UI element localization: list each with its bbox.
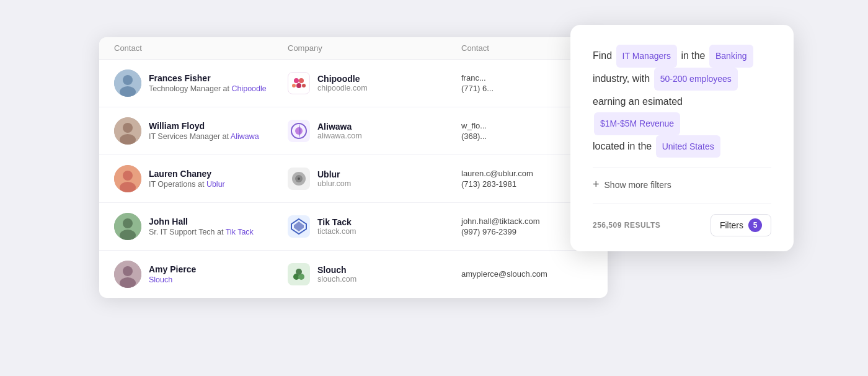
company-logo bbox=[288, 263, 310, 285]
table-row: John Hall Sr. IT Support Tech at Tik Tac… bbox=[99, 203, 608, 251]
company-cell-william: Aliwawa aliwawa.com bbox=[288, 120, 461, 142]
company-domain: aliwawa.com bbox=[317, 132, 362, 140]
svg-point-1 bbox=[123, 75, 133, 85]
contacts-table: Contact Company Contact Frances Fisher T… bbox=[99, 37, 608, 298]
tag-revenue[interactable]: $1M-$5M Revenue bbox=[594, 112, 680, 135]
company-link[interactable]: Aliwawa bbox=[231, 132, 259, 141]
svg-point-9 bbox=[123, 123, 133, 133]
svg-point-4 bbox=[299, 78, 304, 83]
show-more-filters-button[interactable]: + Show more filters bbox=[593, 178, 771, 191]
company-cell-john: Tik Tack tictack.com bbox=[288, 215, 461, 238]
tag-industry[interactable]: Banking bbox=[709, 45, 753, 68]
avatar bbox=[114, 165, 141, 192]
contact-cell-amy: Amy Pierce Slouch bbox=[114, 261, 288, 288]
company-domain: tictack.com bbox=[317, 227, 356, 236]
contact-cell-john: John Hall Sr. IT Support Tech at Tik Tac… bbox=[114, 213, 288, 240]
company-link[interactable]: Tik Tack bbox=[226, 228, 254, 236]
company-info: Slouch slouch.com bbox=[317, 265, 356, 284]
company-cell-lauren: Ublur ublur.com bbox=[288, 168, 461, 190]
table-header: Contact Company Contact bbox=[99, 37, 608, 60]
contact-title: IT Services Manager at Aliwawa bbox=[149, 132, 259, 141]
svg-point-29 bbox=[296, 269, 302, 275]
filter-sentence: Find IT Managers in the Banking industry… bbox=[593, 45, 771, 158]
contact-title: IT Operations at Ublur bbox=[149, 180, 225, 189]
table-row: Lauren Chaney IT Operations at Ublur Ubl… bbox=[99, 155, 608, 203]
in-the-label: in the bbox=[681, 50, 705, 61]
company-cell-amy: Slouch slouch.com bbox=[288, 263, 461, 285]
svg-point-18 bbox=[298, 177, 300, 180]
avatar bbox=[114, 117, 141, 145]
contact-info-john: John Hall Sr. IT Support Tech at Tik Tac… bbox=[149, 217, 254, 236]
show-more-label: Show more filters bbox=[604, 180, 671, 190]
tag-location[interactable]: United States bbox=[656, 135, 720, 158]
located-label: located in the bbox=[593, 141, 652, 151]
company-link[interactable]: Ublur bbox=[206, 180, 225, 189]
contact-detail-amy: amypierce@slouch.com bbox=[461, 269, 608, 280]
company-logo bbox=[288, 72, 310, 94]
company-name: Chipoodle bbox=[317, 74, 368, 84]
svg-point-14 bbox=[123, 171, 133, 181]
company-name: Tik Tack bbox=[317, 217, 356, 227]
contact-name: Frances Fisher bbox=[149, 73, 267, 83]
company-info: Aliwawa aliwawa.com bbox=[317, 122, 362, 140]
company-logo bbox=[288, 168, 310, 190]
company-domain: ublur.com bbox=[317, 179, 351, 188]
contact-info-william: William Floyd IT Services Manager at Ali… bbox=[149, 121, 259, 141]
industry-label: industry, with bbox=[593, 73, 650, 84]
company-info: Chipoodle chipoodle.com bbox=[317, 74, 368, 92]
filter-popup: Find IT Managers in the Banking industry… bbox=[570, 25, 794, 251]
avatar bbox=[114, 213, 141, 240]
filters-badge: 5 bbox=[748, 218, 762, 232]
avatar bbox=[114, 261, 141, 288]
find-label: Find bbox=[593, 50, 612, 61]
earning-label: earning an esimated bbox=[593, 96, 683, 107]
svg-point-25 bbox=[123, 266, 133, 276]
table-row: William Floyd IT Services Manager at Ali… bbox=[99, 107, 608, 155]
contact-name: Lauren Chaney bbox=[149, 169, 225, 179]
company-info: Tik Tack tictack.com bbox=[317, 217, 356, 236]
svg-point-3 bbox=[294, 78, 299, 83]
contact-name: John Hall bbox=[149, 217, 254, 226]
plus-icon: + bbox=[593, 178, 600, 191]
contact-cell-frances: Frances Fisher Technology Manager at Chi… bbox=[114, 69, 288, 97]
header-contact: Contact bbox=[114, 43, 288, 53]
filters-button[interactable]: Filters 5 bbox=[711, 214, 771, 236]
company-domain: slouch.com bbox=[317, 275, 356, 284]
tag-employees[interactable]: 50-200 employees bbox=[654, 68, 738, 91]
contact-email: amypierce@slouch.com bbox=[461, 269, 608, 279]
tag-role[interactable]: IT Managers bbox=[616, 45, 677, 68]
company-name: Aliwawa bbox=[317, 122, 362, 132]
company-info: Ublur ublur.com bbox=[317, 169, 351, 188]
contact-info-amy: Amy Pierce Slouch bbox=[149, 264, 196, 284]
filter-divider bbox=[593, 168, 771, 168]
contact-cell-lauren: Lauren Chaney IT Operations at Ublur bbox=[114, 165, 288, 192]
results-count: 256,509 RESULTS bbox=[593, 221, 660, 230]
table-row: Frances Fisher Technology Manager at Chi… bbox=[99, 60, 608, 107]
company-name: Ublur bbox=[317, 169, 351, 179]
company-link[interactable]: Chipoodle bbox=[231, 84, 266, 93]
company-logo bbox=[288, 215, 310, 238]
company-name: Slouch bbox=[317, 265, 356, 275]
contact-cell-william: William Floyd IT Services Manager at Ali… bbox=[114, 117, 288, 145]
header-company: Company bbox=[288, 43, 461, 53]
svg-marker-23 bbox=[294, 222, 304, 231]
filters-button-label: Filters bbox=[720, 220, 743, 230]
contact-title: Sr. IT Support Tech at Tik Tack bbox=[149, 228, 254, 236]
contact-title: Technology Manager at Chipoodle bbox=[149, 84, 267, 93]
filter-results-bar: 256,509 RESULTS Filters 5 bbox=[593, 204, 771, 236]
svg-point-7 bbox=[302, 84, 306, 87]
contact-title: Slouch bbox=[149, 275, 196, 284]
contact-info-frances: Frances Fisher Technology Manager at Chi… bbox=[149, 73, 267, 93]
contact-info-lauren: Lauren Chaney IT Operations at Ublur bbox=[149, 169, 225, 189]
contact-name: Amy Pierce bbox=[149, 264, 196, 274]
company-logo bbox=[288, 120, 310, 142]
company-cell-frances: Chipoodle chipoodle.com bbox=[288, 72, 461, 94]
svg-point-5 bbox=[296, 83, 301, 88]
company-domain: chipoodle.com bbox=[317, 84, 368, 92]
table-row: Amy Pierce Slouch Slouch slouch.com amyp… bbox=[99, 251, 608, 298]
contact-name: William Floyd bbox=[149, 121, 259, 131]
company-link[interactable]: Slouch bbox=[149, 275, 172, 284]
svg-point-6 bbox=[292, 84, 296, 87]
avatar bbox=[114, 69, 141, 97]
svg-point-20 bbox=[123, 218, 133, 228]
